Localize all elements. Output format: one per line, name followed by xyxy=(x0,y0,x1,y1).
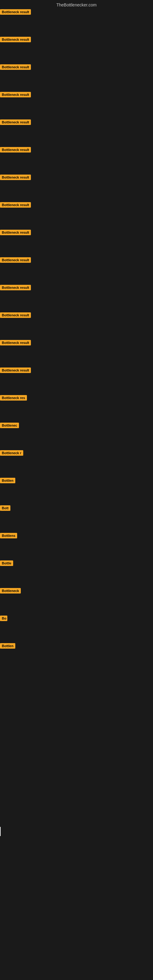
bottleneck-badge-22[interactable]: Bottleneck xyxy=(0,588,21,593)
bottleneck-badge-7[interactable]: Bottleneck result xyxy=(0,175,31,180)
bottleneck-badge-16[interactable]: Bottlenec xyxy=(0,423,19,428)
bottleneck-badge-9[interactable]: Bottleneck result xyxy=(0,230,31,235)
bottleneck-badge-21[interactable]: Bottle xyxy=(0,560,13,566)
bottleneck-badge-24[interactable]: Bottlen xyxy=(0,643,15,649)
site-title: TheBottlenecker.com xyxy=(0,2,153,7)
bottleneck-badge-8[interactable]: Bottleneck result xyxy=(0,202,31,208)
bottleneck-badge-20[interactable]: Bottlens xyxy=(0,533,17,538)
bottleneck-badge-5[interactable]: Bottleneck result xyxy=(0,119,31,125)
bottleneck-badge-15[interactable]: Bottleneck res xyxy=(0,395,27,401)
bottleneck-badge-18[interactable]: Bottlen xyxy=(0,478,15,483)
bottleneck-badge-17[interactable]: Bottleneck r xyxy=(0,450,23,456)
bottleneck-badge-1[interactable]: Bottleneck result xyxy=(0,9,31,15)
bottleneck-badge-13[interactable]: Bottleneck result xyxy=(0,340,31,345)
bottleneck-badge-11[interactable]: Bottleneck result xyxy=(0,285,31,290)
cursor-line xyxy=(0,827,1,836)
bottleneck-badge-19[interactable]: Bott xyxy=(0,505,10,511)
bottleneck-badge-12[interactable]: Bottleneck result xyxy=(0,312,31,318)
bottleneck-badge-6[interactable]: Bottleneck result xyxy=(0,147,31,153)
bottleneck-badge-3[interactable]: Bottleneck result xyxy=(0,64,31,70)
bottleneck-badge-23[interactable]: Bo xyxy=(0,616,7,621)
bottleneck-badge-10[interactable]: Bottleneck result xyxy=(0,257,31,263)
bottleneck-badge-2[interactable]: Bottleneck result xyxy=(0,37,31,42)
bottleneck-badge-4[interactable]: Bottleneck result xyxy=(0,92,31,97)
bottleneck-badge-14[interactable]: Bottleneck result xyxy=(0,368,31,373)
